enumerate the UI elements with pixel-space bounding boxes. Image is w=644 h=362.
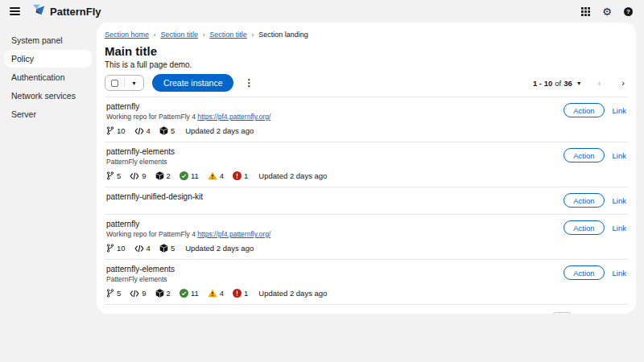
repo-link[interactable]: https://pf4.patternfly.org/ xyxy=(197,230,270,238)
stat-value: 5 xyxy=(117,171,121,180)
stat-value: 2 xyxy=(167,289,171,298)
stat: 5 xyxy=(106,171,121,180)
stat: 1 xyxy=(233,171,248,180)
bulk-select-split-button: ▼ xyxy=(105,75,144,91)
repo-stats: 5921141Updated 2 days ago xyxy=(106,289,564,298)
repo-description: PatternFly elements xyxy=(106,158,564,166)
page-number-input[interactable] xyxy=(552,312,572,314)
pagination-total: 36 xyxy=(564,79,572,88)
link-button[interactable]: Link xyxy=(613,196,626,205)
sidebar-item-server[interactable]: Server xyxy=(5,105,92,123)
patternfly-logo[interactable]: PatternFly xyxy=(31,3,101,19)
stat: 1 xyxy=(233,289,248,298)
stat: 5 xyxy=(106,289,121,298)
stat: 2 xyxy=(155,171,171,180)
kebab-menu-button[interactable]: ⋮ xyxy=(244,77,254,88)
masthead: PatternFly ⚙ ? xyxy=(0,0,644,23)
stat-value: 5 xyxy=(171,126,175,135)
cube-icon xyxy=(159,126,168,135)
main-content: Section home›Section title›Section title… xyxy=(97,23,636,314)
help-icon[interactable]: ? xyxy=(624,7,633,16)
brand-title: PatternFly xyxy=(50,6,101,18)
pagination-prev-button[interactable]: ‹ xyxy=(598,79,601,88)
stat: 4 xyxy=(208,289,224,298)
code-branch-icon xyxy=(106,126,114,135)
bulk-select-toggle[interactable]: ▼ xyxy=(125,76,143,90)
repo-name: patternfly-unified-design-kit xyxy=(106,192,564,201)
stat: 5 xyxy=(159,244,175,253)
code-icon xyxy=(134,245,144,253)
stat: 11 xyxy=(180,289,199,298)
stat-value: 2 xyxy=(167,171,171,180)
menu-toggle-button[interactable] xyxy=(10,7,20,15)
breadcrumb-link[interactable]: Section title xyxy=(209,31,247,39)
code-branch-icon xyxy=(106,244,114,253)
cube-icon xyxy=(159,244,168,253)
bulk-select-checkbox[interactable] xyxy=(105,76,124,90)
link-button[interactable]: Link xyxy=(613,106,626,115)
stat-value: 4 xyxy=(147,244,151,253)
stat-value: 10 xyxy=(117,244,126,253)
action-button[interactable]: Action xyxy=(564,265,604,280)
patternfly-logo-icon xyxy=(31,3,46,19)
link-button[interactable]: Link xyxy=(613,224,626,232)
stat-value: 5 xyxy=(171,244,175,253)
sidebar-item-network-services[interactable]: Network services xyxy=(5,87,92,105)
stat: 9 xyxy=(130,171,146,180)
stat: 11 xyxy=(180,171,199,180)
caret-down-icon: ▼ xyxy=(576,80,582,86)
gear-icon[interactable]: ⚙ xyxy=(602,6,612,17)
repo-link[interactable]: https://pf4.patternfly.org/ xyxy=(197,113,270,121)
link-button[interactable]: Link xyxy=(613,151,626,160)
repo-name: patternfly xyxy=(106,102,564,111)
code-icon xyxy=(130,172,139,180)
action-button[interactable]: Action xyxy=(564,148,604,162)
cube-icon xyxy=(155,171,164,180)
pagination-range: 1 - 10 xyxy=(533,79,552,88)
warning-triangle-icon xyxy=(208,171,217,180)
sidebar-item-policy[interactable]: Policy xyxy=(5,50,92,68)
stat: 4 xyxy=(134,244,151,253)
stat-value: 4 xyxy=(220,171,224,180)
repo-name: patternfly xyxy=(106,220,564,228)
code-branch-icon xyxy=(106,289,114,298)
breadcrumb-separator-icon: › xyxy=(252,32,254,38)
breadcrumb-link[interactable]: Section title xyxy=(160,31,198,39)
breadcrumb-link[interactable]: Section home xyxy=(105,31,149,39)
updated-text: Updated 2 days ago xyxy=(185,126,254,135)
stat-value: 4 xyxy=(220,289,224,298)
check-circle-icon xyxy=(180,289,188,298)
pagination-next-button[interactable]: › xyxy=(621,79,625,88)
stat: 4 xyxy=(134,126,151,135)
stat-value: 1 xyxy=(244,171,248,180)
data-list: patternfly Working repo for PatternFly 4… xyxy=(105,97,628,304)
sidebar-nav: System panelPolicyAuthenticationNetwork … xyxy=(0,23,97,362)
pagination-top-menu[interactable]: 1 - 10 of 36 ▼ xyxy=(533,79,582,88)
action-button[interactable]: Action xyxy=(564,103,604,117)
breadcrumb-separator-icon: › xyxy=(154,32,155,38)
exclamation-circle-icon xyxy=(233,171,242,180)
cube-icon xyxy=(155,289,164,298)
action-button[interactable]: Action xyxy=(564,220,604,235)
link-button[interactable]: Link xyxy=(613,269,626,278)
stat-value: 9 xyxy=(142,171,146,180)
breadcrumb-current: Section landing xyxy=(258,31,308,39)
create-instance-button[interactable]: Create instance xyxy=(152,74,234,92)
stat: 2 xyxy=(155,289,171,298)
stat-value: 11 xyxy=(191,289,199,298)
page-subtitle: This is a full page demo. xyxy=(105,60,628,69)
repo-description: Working repo for PatternFly 4 https://pf… xyxy=(106,230,564,238)
stat-value: 1 xyxy=(244,289,248,298)
stat-value: 11 xyxy=(191,171,199,180)
list-item: patternfly-unified-design-kit Action Lin… xyxy=(105,187,628,214)
breadcrumb: Section home›Section title›Section title… xyxy=(105,31,628,39)
sidebar-item-authentication[interactable]: Authentication xyxy=(5,68,92,86)
stat: 4 xyxy=(208,171,224,180)
check-circle-icon xyxy=(180,171,188,180)
grid-icon[interactable] xyxy=(581,7,590,16)
code-branch-icon xyxy=(106,171,114,180)
code-icon xyxy=(134,127,144,135)
action-button[interactable]: Action xyxy=(564,193,604,208)
sidebar-item-system-panel[interactable]: System panel xyxy=(5,31,92,49)
code-icon xyxy=(130,290,139,298)
